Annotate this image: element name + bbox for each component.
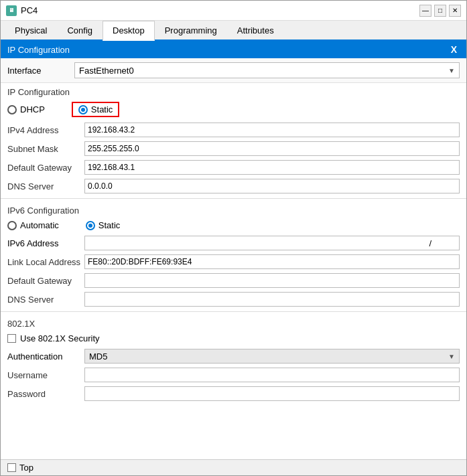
auth-label: Authentication <box>7 351 84 362</box>
password-label: Password <box>7 389 84 399</box>
interface-row: Interface FastEthernet0 ▼ <box>1 58 466 83</box>
default-gateway-input[interactable] <box>84 160 460 175</box>
tab-physical[interactable]: Physical <box>5 21 57 41</box>
main-content: IP Configuration X Interface FastEtherne… <box>1 41 466 459</box>
ipv6-radio-row: Automatic Static <box>1 217 466 234</box>
dns-server-row: DNS Server <box>1 177 466 195</box>
panel-title: IP Configuration <box>7 45 70 55</box>
ipv6-gateway-row: Default Gateway <box>1 271 466 290</box>
ipv6-gateway-label: Default Gateway <box>7 276 84 286</box>
subnet-mask-label: Subnet Mask <box>7 144 84 154</box>
ipv4-address-row: IPv4 Address <box>1 121 466 139</box>
link-local-row: Link Local Address <box>1 252 466 271</box>
dot1x-checkbox-row[interactable]: Use 802.1X Security <box>1 330 466 347</box>
panel-close-button[interactable]: X <box>448 44 460 55</box>
top-checkbox-row[interactable]: Top <box>7 463 34 473</box>
close-window-button[interactable]: ✕ <box>449 5 461 17</box>
dhcp-radio[interactable] <box>7 105 17 114</box>
top-checkbox[interactable] <box>7 463 16 472</box>
automatic-label: Automatic <box>20 220 59 230</box>
ipv4-section-title: IP Configuration <box>1 83 466 98</box>
auth-value: MD5 <box>89 351 448 362</box>
password-input[interactable] <box>84 386 460 401</box>
panel-body: Interface FastEthernet0 ▼ IP Configurati… <box>1 58 466 459</box>
title-bar: 🖥 PC4 — □ ✕ <box>1 1 466 21</box>
interface-select[interactable]: FastEthernet0 ▼ <box>74 62 460 78</box>
top-label: Top <box>19 463 34 473</box>
dot1x-checkbox-label: Use 802.1X Security <box>20 333 100 343</box>
static-radio[interactable] <box>78 105 88 114</box>
tab-programming[interactable]: Programming <box>155 21 227 41</box>
username-row: Username <box>1 366 466 384</box>
tab-attributes[interactable]: Attributes <box>227 21 284 41</box>
ipv6-static-radio[interactable] <box>86 221 95 230</box>
ipv6-slash: / <box>427 236 433 250</box>
ipv6-address-label: IPv6 Address <box>7 238 84 248</box>
ipv6-gateway-input[interactable] <box>84 273 460 288</box>
default-gateway-row: Default Gateway <box>1 158 466 177</box>
auth-row: Authentication MD5 ▼ <box>1 347 466 366</box>
ipv6-static-option[interactable]: Static <box>86 220 121 230</box>
ipv6-dns-input[interactable] <box>84 292 460 307</box>
static-label: Static <box>91 104 113 114</box>
dhcp-label: DHCP <box>20 104 45 114</box>
dhcp-option[interactable]: DHCP <box>7 104 45 114</box>
ipv4-address-input[interactable] <box>84 123 460 137</box>
static-option[interactable]: Static <box>72 102 120 117</box>
subnet-mask-input[interactable] <box>84 141 460 156</box>
dns-server-input[interactable] <box>84 179 460 193</box>
dns-server-label: DNS Server <box>7 181 84 191</box>
interface-label: Interface <box>7 66 74 76</box>
bottom-bar: Top <box>1 459 466 475</box>
ipv6-section-title: IPv6 Configuration <box>1 202 466 217</box>
interface-value: FastEthernet0 <box>79 66 448 76</box>
app-icon: 🖥 <box>6 5 17 16</box>
default-gateway-label: Default Gateway <box>7 163 84 173</box>
ipv6-dns-label: DNS Server <box>7 295 84 305</box>
ipv6-static-label: Static <box>98 220 121 230</box>
ipv6-address-row: IPv6 Address / <box>1 234 466 252</box>
tab-bar: Physical Config Desktop Programming Attr… <box>1 21 466 41</box>
auth-select[interactable]: MD5 ▼ <box>84 349 460 364</box>
maximize-button[interactable]: □ <box>434 5 446 17</box>
ipv6-dns-row: DNS Server <box>1 290 466 309</box>
panel-header: IP Configuration X <box>1 41 466 58</box>
main-window: 🖥 PC4 — □ ✕ Physical Config Desktop Prog… <box>0 0 467 476</box>
link-local-label: Link Local Address <box>7 257 84 267</box>
ipv6-address-input[interactable] <box>84 236 427 250</box>
dot1x-checkbox[interactable] <box>7 334 16 343</box>
minimize-button[interactable]: — <box>419 5 431 17</box>
ipv6-prefix-input[interactable] <box>433 236 460 250</box>
link-local-input[interactable] <box>84 254 460 269</box>
username-input[interactable] <box>84 368 460 382</box>
title-bar-controls: — □ ✕ <box>419 5 461 17</box>
username-label: Username <box>7 370 84 380</box>
tab-config[interactable]: Config <box>57 21 103 41</box>
window-title: PC4 <box>21 5 419 15</box>
ipv4-address-label: IPv4 Address <box>7 125 84 135</box>
ipv6-address-inputs: / <box>84 236 460 250</box>
automatic-option[interactable]: Automatic <box>7 220 59 230</box>
tab-desktop[interactable]: Desktop <box>103 21 155 41</box>
auth-chevron: ▼ <box>448 353 455 360</box>
dot1x-title: 802.1X <box>1 315 466 330</box>
password-row: Password <box>1 384 466 403</box>
automatic-radio[interactable] <box>7 221 17 230</box>
ipv4-radio-row: DHCP Static <box>1 98 466 121</box>
interface-chevron: ▼ <box>448 67 455 74</box>
subnet-mask-row: Subnet Mask <box>1 139 466 158</box>
